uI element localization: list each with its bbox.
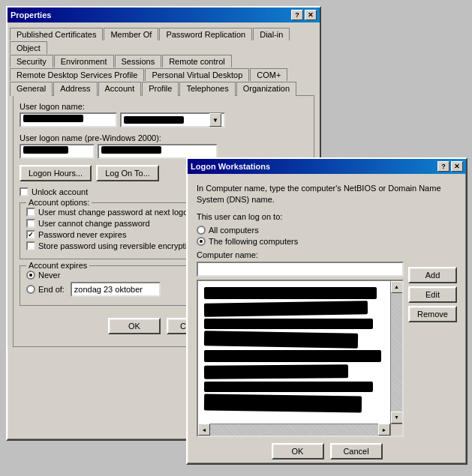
never-label: Never xyxy=(38,271,60,280)
log-on-to-button[interactable]: Log On To... xyxy=(96,165,159,181)
listbox-scrollbar-v[interactable]: ▲ ▼ xyxy=(390,281,402,424)
option-label-4: Store password using reversible encrypti… xyxy=(38,241,196,250)
computer-name-section: Computer name: xyxy=(197,250,457,437)
edit-button[interactable]: Edit xyxy=(408,286,457,303)
logon-cancel-button[interactable]: Cancel xyxy=(330,443,383,460)
logon-name-group: User logon name: ▼ xyxy=(20,102,308,127)
dropdown-arrow-icon[interactable]: ▼ xyxy=(209,113,221,127)
list-item-3 xyxy=(204,319,373,329)
tab-security[interactable]: Security xyxy=(10,55,53,67)
list-item-5 xyxy=(204,350,381,362)
following-computers-row: The following computers xyxy=(197,237,457,246)
logon-title-controls: ? ✕ xyxy=(437,161,463,172)
domain-prefix-input[interactable] xyxy=(20,144,95,159)
logon-name-input[interactable] xyxy=(20,112,117,127)
logon-name-label: User logon name: xyxy=(20,102,308,111)
scrollbar-corner xyxy=(390,424,402,436)
remove-button[interactable]: Remove xyxy=(408,306,457,322)
scroll-track-v xyxy=(391,293,402,412)
unlock-account-label: Unlock account xyxy=(32,187,88,196)
option-checkbox-1[interactable] xyxy=(26,208,35,217)
tab-com-plus[interactable]: COM+ xyxy=(250,68,287,81)
option-checkbox-2[interactable] xyxy=(26,219,35,228)
following-computers-radio[interactable] xyxy=(197,237,206,246)
computer-name-label: Computer name: xyxy=(197,250,404,259)
listbox-content xyxy=(198,281,390,424)
never-radio-dot xyxy=(29,274,32,277)
list-item-4 xyxy=(204,331,358,349)
tab-member-of[interactable]: Member Of xyxy=(104,28,158,40)
logon-name-pre2000-group: User logon name (pre-Windows 2000): xyxy=(20,133,308,159)
add-button[interactable]: Add xyxy=(408,267,457,283)
option-checkbox-4[interactable] xyxy=(26,241,35,250)
domain-prefix-value xyxy=(23,146,68,154)
logon-workstations-bottom-buttons: OK Cancel xyxy=(197,437,457,466)
pre2000-input-row xyxy=(20,144,308,159)
scroll-left-button[interactable]: ◄ xyxy=(198,424,210,436)
logon-workstations-title: Logon Workstations xyxy=(191,162,270,171)
logon-workstations-title-bar: Logon Workstations ? ✕ xyxy=(188,159,466,174)
logon-description: In Computer name, type the computer's Ne… xyxy=(197,183,457,206)
account-options-label: Account options: xyxy=(26,198,92,207)
scroll-right-button[interactable]: ► xyxy=(378,424,390,436)
tab-environment[interactable]: Environment xyxy=(54,55,114,67)
list-item-6 xyxy=(204,364,348,379)
pre2000-name-input[interactable] xyxy=(98,144,218,159)
listbox-scrollbar-h[interactable]: ◄ ► xyxy=(198,424,390,436)
properties-title: Properties xyxy=(11,10,51,19)
tab-password-replication[interactable]: Password Replication xyxy=(159,28,252,40)
end-of-radio[interactable] xyxy=(26,285,35,294)
properties-ok-button[interactable]: OK xyxy=(108,318,161,334)
list-item-1 xyxy=(204,287,377,299)
tab-rdp[interactable]: Remote Desktop Services Profile xyxy=(10,68,144,81)
tab-personal-vd[interactable]: Personal Virtual Desktop xyxy=(145,68,249,81)
tab-organization[interactable]: Organization xyxy=(236,82,296,96)
scroll-track-h xyxy=(210,424,378,436)
logon-ok-button[interactable]: OK xyxy=(272,443,324,460)
action-buttons-col: Add Edit Remove xyxy=(408,267,457,322)
tab-telephones[interactable]: Telephones xyxy=(179,82,235,96)
pre2000-name-value xyxy=(101,146,161,154)
never-radio[interactable] xyxy=(26,271,35,280)
properties-title-bar: Properties ? ✕ xyxy=(8,7,320,22)
tab-published-certificates[interactable]: Published Certificates xyxy=(10,28,103,40)
title-bar-controls: ? ✕ xyxy=(291,10,317,20)
tab-account[interactable]: Account xyxy=(98,82,142,96)
logon-name-value xyxy=(23,115,83,122)
end-of-label: End of: xyxy=(38,285,65,294)
option-label-1: User must change password at next logon xyxy=(38,208,192,217)
logon-hours-button[interactable]: Logon Hours... xyxy=(20,165,92,181)
scroll-down-button[interactable]: ▼ xyxy=(391,412,403,424)
following-radio-dot xyxy=(200,240,203,243)
list-item-2 xyxy=(204,301,368,317)
domain-value xyxy=(124,116,184,124)
logon-close-button[interactable]: ✕ xyxy=(451,161,463,172)
logon-help-button[interactable]: ? xyxy=(437,161,449,172)
unlock-account-checkbox[interactable] xyxy=(20,187,29,196)
tab-address[interactable]: Address xyxy=(53,82,97,96)
logon-name-pre2000-label: User logon name (pre-Windows 2000): xyxy=(20,133,308,142)
end-date-input[interactable]: zondag 23 oktober xyxy=(71,282,161,297)
scroll-up-button[interactable]: ▲ xyxy=(391,281,403,293)
logon-name-input-row: ▼ xyxy=(20,112,308,127)
all-computers-label: All computers xyxy=(209,226,259,235)
option-checkbox-3[interactable]: ✓ xyxy=(26,230,35,239)
tab-object[interactable]: Object xyxy=(10,41,47,54)
computer-name-input[interactable] xyxy=(197,262,404,277)
end-date-value: zondag 23 oktober xyxy=(74,285,143,294)
tab-dial-in[interactable]: Dial-in xyxy=(253,28,290,40)
option-label-2: User cannot change password xyxy=(38,219,150,228)
computers-listbox[interactable]: ▲ ▼ ◄ ► xyxy=(197,280,404,437)
help-button[interactable]: ? xyxy=(291,10,303,20)
computer-name-area: Computer name: xyxy=(197,250,404,437)
tab-profile[interactable]: Profile xyxy=(142,82,179,96)
close-button[interactable]: ✕ xyxy=(305,10,317,20)
tab-sessions[interactable]: Sessions xyxy=(115,55,162,67)
this-user-label: This user can log on to: xyxy=(197,212,457,221)
domain-dropdown[interactable]: ▼ xyxy=(120,112,225,127)
tab-remote-control[interactable]: Remote control xyxy=(162,55,232,67)
all-computers-radio[interactable] xyxy=(197,226,206,235)
tab-general[interactable]: General xyxy=(10,82,53,96)
computers-listbox-container: ▲ ▼ ◄ ► xyxy=(197,280,404,437)
all-computers-row: All computers xyxy=(197,226,457,235)
